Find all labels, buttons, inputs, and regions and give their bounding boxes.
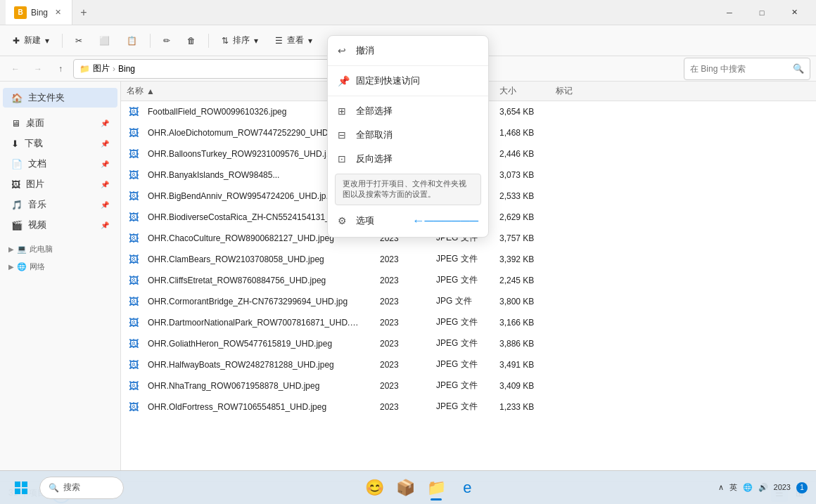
sidebar-item-pictures[interactable]: 🖼 图片 📌: [3, 174, 117, 194]
copy-icon: ⬜: [99, 36, 110, 46]
separator-1: [62, 34, 63, 48]
copy-button[interactable]: ⬜: [92, 30, 117, 52]
paste-button[interactable]: 📋: [120, 30, 144, 52]
options-icon: ⚙: [338, 215, 349, 226]
sidebar: 🏠 主文件夹 🖥 桌面 📌 ⬇ 下载 📌 📄 文档 📌 🖼 图片 📌 🎵 音乐: [0, 82, 121, 482]
tab-strip: B Bing ✕ +: [6, 0, 95, 25]
back-button[interactable]: ←: [6, 59, 25, 79]
network-icon: 🌐: [17, 262, 27, 271]
sidebar-item-videos[interactable]: 🎬 视频 📌: [3, 215, 117, 235]
search-input[interactable]: [690, 64, 789, 74]
music-icon: 🎵: [11, 200, 23, 210]
table-row[interactable]: 🖼 OHR.OldFortress_ROW7106554851_UHD.jpeg…: [121, 396, 816, 418]
tab-close-button[interactable]: ✕: [52, 7, 63, 18]
col-size-header[interactable]: 大小: [499, 85, 556, 97]
title-bar: B Bing ✕ + ─ □ ✕: [0, 0, 816, 25]
file-date: 2023: [380, 318, 436, 328]
tab-bing[interactable]: B Bing ✕: [6, 0, 72, 25]
file-type: JPEG 文件: [436, 316, 499, 328]
context-menu: ↩ 撤消 📌 固定到快速访问 ⊞ 全部选择 ⊟ 全部取消 ⊡ 反向选择 更改用于…: [327, 35, 489, 238]
up-button[interactable]: ↑: [51, 59, 70, 79]
home-icon: 🏠: [11, 93, 23, 103]
expand-icon[interactable]: ▶: [8, 245, 14, 253]
sidebar-item-desktop[interactable]: 🖥 桌面 📌: [3, 113, 117, 133]
table-row[interactable]: 🖼 OHR.CormorantBridge_ZH-CN7673299694_UH…: [121, 291, 816, 312]
table-row[interactable]: 🖼 OHR.CliffsEtretat_ROW8760884756_UHD.jp…: [121, 270, 816, 291]
menu-item-undo[interactable]: ↩ 撤消: [328, 39, 488, 63]
menu-item-invert-selection[interactable]: ⊡ 反向选择: [328, 147, 488, 171]
sidebar-item-home[interactable]: 🏠 主文件夹: [3, 88, 117, 108]
table-row[interactable]: 🖼 OHR.HalfwayBoats_ROW2482781288_UHD.jpe…: [121, 354, 816, 375]
breadcrumb-home-icon: 📁: [79, 64, 90, 74]
file-size: 3,886 KB: [499, 339, 556, 349]
file-date: 2023: [380, 339, 436, 349]
rename-button[interactable]: ✏: [156, 30, 177, 52]
options-arrow: ←──────: [412, 214, 478, 228]
close-button[interactable]: ✕: [778, 0, 810, 25]
sidebar-item-documents[interactable]: 📄 文档 📌: [3, 154, 117, 174]
network-expand-icon[interactable]: ▶: [8, 263, 14, 271]
taskbar-lang: 英: [729, 482, 737, 493]
file-name: OHR.ClamBears_ROW2103708058_UHD.jpeg: [148, 254, 324, 264]
taskbar-apps: 😊 📦 📁 e: [129, 474, 713, 502]
breadcrumb[interactable]: 📁 图片 › Bing: [73, 59, 371, 79]
taskbar-emoji-app[interactable]: 😊: [360, 474, 388, 502]
delete-button[interactable]: 🗑: [180, 30, 203, 52]
new-button[interactable]: ✚ 新建 ▾: [6, 30, 56, 52]
table-row[interactable]: 🖼 OHR.ClamBears_ROW2103708058_UHD.jpeg 2…: [121, 249, 816, 270]
file-name: OHR.CormorantBridge_ZH-CN7673299694_UHD.…: [148, 297, 348, 306]
taskbar-edge-app[interactable]: e: [453, 474, 481, 502]
taskbar-explorer-app[interactable]: 📁: [422, 474, 450, 502]
breadcrumb-pictures: 图片: [93, 63, 110, 75]
sidebar-item-music[interactable]: 🎵 音乐 📌: [3, 195, 117, 214]
file-name: OHR.NhaTrang_ROW0671958878_UHD.jpeg: [148, 381, 319, 391]
table-row[interactable]: 🖼 OHR.DartmoorNationalPark_ROW7007816871…: [121, 312, 816, 333]
view-button[interactable]: ☰ 查看 ▾: [268, 30, 319, 52]
cut-button[interactable]: ✂: [68, 30, 89, 52]
rename-icon: ✏: [163, 36, 170, 46]
svg-rect-0: [15, 482, 20, 487]
taskbar-volume-icon: 🔊: [758, 483, 768, 492]
file-icon: 🖼: [129, 338, 139, 349]
separator-2: [150, 34, 151, 48]
file-name: OHR.BanyakIslands_ROW98485...: [148, 170, 279, 180]
pin-icon: 📌: [101, 119, 109, 127]
pin-icon-4: 📌: [101, 181, 109, 188]
file-type: JPEG 文件: [436, 274, 499, 286]
search-box[interactable]: 🔍: [684, 58, 810, 80]
file-size: 2,629 KB: [499, 212, 556, 222]
notification-badge[interactable]: 1: [796, 482, 808, 493]
table-row[interactable]: 🖼 OHR.GoliathHeron_ROW5477615819_UHD.jpe…: [121, 333, 816, 354]
file-size: 3,166 KB: [499, 318, 556, 328]
this-pc-section: ▶ 💻 此电脑: [0, 241, 120, 256]
menu-item-deselect-all[interactable]: ⊟ 全部取消: [328, 123, 488, 147]
sidebar-item-downloads[interactable]: ⬇ 下载 📌: [3, 134, 117, 153]
taskbar-search[interactable]: 🔍 搜索: [39, 477, 124, 499]
taskbar-chevron-icon[interactable]: ∧: [718, 483, 724, 492]
start-button[interactable]: [8, 475, 34, 500]
taskbar-time: 2023: [774, 482, 791, 492]
documents-icon: 📄: [11, 159, 23, 169]
menu-item-pin[interactable]: 📌 固定到快速访问: [328, 69, 488, 93]
menu-item-options[interactable]: ⚙ 选项 ←──────: [328, 208, 488, 234]
file-icon: 🖼: [129, 127, 139, 138]
sort-button[interactable]: ⇅ 排序 ▾: [215, 30, 265, 52]
taskbar-packages-app[interactable]: 📦: [391, 474, 419, 502]
new-tab-button[interactable]: +: [72, 1, 95, 24]
forward-button[interactable]: →: [28, 59, 48, 79]
bing-icon: B: [14, 6, 27, 19]
table-row[interactable]: 🖼 OHR.NhaTrang_ROW0671958878_UHD.jpeg 20…: [121, 375, 816, 396]
view-icon: ☰: [275, 36, 283, 46]
minimize-button[interactable]: ─: [713, 0, 746, 25]
file-date: 2023: [380, 254, 436, 264]
menu-item-select-all[interactable]: ⊞ 全部选择: [328, 99, 488, 123]
file-name: FootballField_ROW0099610326.jpeg: [148, 107, 286, 117]
col-tag-header[interactable]: 标记: [556, 85, 598, 97]
maximize-button[interactable]: □: [746, 0, 778, 25]
file-name: OHR.HalfwayBoats_ROW2482781288_UHD.jpeg: [148, 360, 334, 370]
file-icon: 🖼: [129, 233, 139, 244]
file-type: JPEG 文件: [436, 337, 499, 349]
file-date: 2023: [380, 360, 436, 370]
file-size: 3,757 KB: [499, 233, 556, 243]
separator-3: [208, 34, 209, 48]
